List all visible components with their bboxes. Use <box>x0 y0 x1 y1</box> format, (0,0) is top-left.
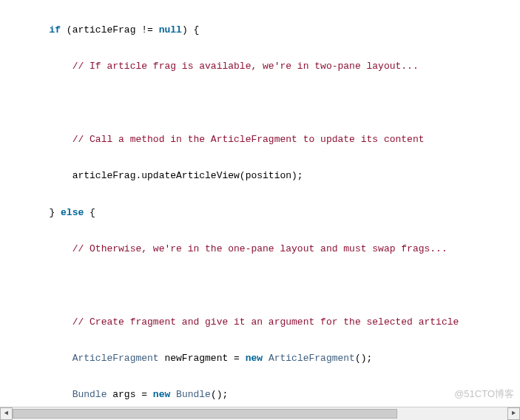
code-line: // Otherwise, we're in the one-pane layo… <box>3 240 520 259</box>
code-line: } else { <box>3 204 520 223</box>
scroll-right-button[interactable]: ► <box>507 407 520 420</box>
code-line: if (articleFrag != null) { <box>3 21 520 40</box>
scroll-left-button[interactable]: ◄ <box>0 407 13 420</box>
scroll-track[interactable] <box>13 407 507 420</box>
code-line: Bundle args = new Bundle(); <box>3 386 520 404</box>
code-line: // If article frag is available, we're i… <box>3 58 520 76</box>
horizontal-scrollbar[interactable]: ◄ ► <box>0 407 520 420</box>
scroll-thumb[interactable] <box>13 409 397 419</box>
watermark-text: @51CTO博客 <box>454 385 514 404</box>
code-block: if (articleFrag != null) { // If article… <box>0 0 520 420</box>
code-line: // Create fragment and give it an argume… <box>3 314 520 332</box>
code-line: // Call a method in the ArticleFragment … <box>3 131 520 149</box>
code-line: articleFrag.updateArticleView(position); <box>3 167 520 186</box>
code-line <box>3 277 520 295</box>
code-line: ArticleFragment newFragment = new Articl… <box>3 350 520 368</box>
code-line <box>3 94 520 112</box>
